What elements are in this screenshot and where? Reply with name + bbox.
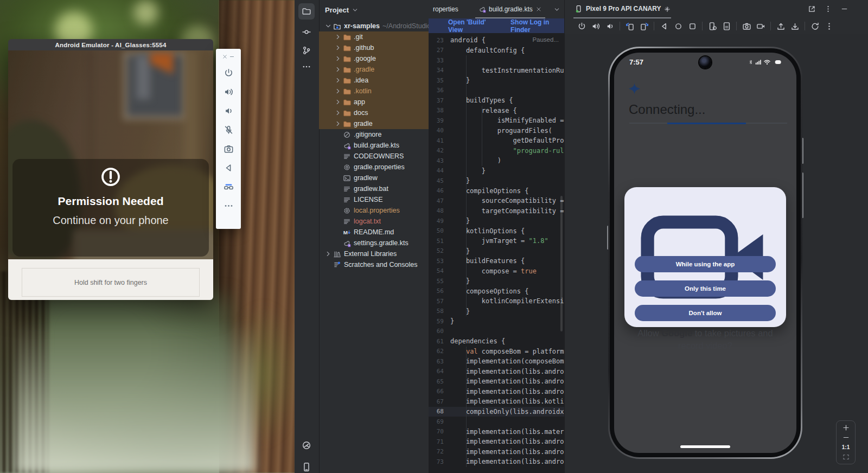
tree-item-app[interactable]: app — [319, 97, 429, 107]
editor-scrollbar[interactable] — [560, 196, 563, 331]
tree-item-gradle[interactable]: gradle — [319, 118, 429, 129]
tree-item-kotlin[interactable]: .kotlin — [319, 86, 429, 97]
chevron-right-icon[interactable] — [334, 66, 342, 73]
while-using-the-app-button[interactable]: While using the app — [635, 256, 776, 272]
tree-item-license[interactable]: LICENSE — [319, 194, 429, 205]
download-icon[interactable] — [790, 22, 800, 31]
tree-item-idea[interactable]: .idea — [319, 75, 429, 86]
screenshot-icon[interactable] — [742, 22, 751, 31]
tree-item-label: .gitignore — [354, 131, 381, 138]
code-line-57: 57 kotlinCompilerExtensionVe — [429, 296, 564, 306]
emulator-toolbar-buttons — [216, 68, 241, 211]
tree-item-logcat-txt[interactable]: logcat.txt — [319, 216, 429, 227]
tree-item-build-gradle-kts[interactable]: kbuild.gradle.kts — [319, 140, 429, 151]
chevron-right-icon[interactable] — [334, 55, 342, 62]
chevron-down-icon[interactable] — [324, 22, 332, 30]
emulator-minimize-icon[interactable] — [229, 54, 235, 60]
volume-up-icon[interactable] — [591, 22, 601, 31]
tree-item-gradlew-bat[interactable]: gradlew.bat — [319, 183, 429, 194]
more-vertical-icon[interactable] — [825, 22, 834, 31]
rotate-left-icon[interactable] — [626, 22, 635, 31]
add-device-tab-icon[interactable] — [663, 5, 671, 13]
commit-tool-button[interactable] — [298, 24, 315, 40]
chevron-right-icon[interactable] — [334, 76, 342, 84]
chevron-right-icon[interactable] — [334, 109, 342, 117]
tree-item-git[interactable]: .git — [319, 31, 429, 42]
device-manager-tool-button[interactable] — [298, 459, 315, 473]
profiler-tool-button[interactable] — [298, 437, 315, 453]
overview-icon[interactable] — [688, 22, 697, 31]
tab-build-gradle-kts[interactable]: k build.gradle.kts — [478, 0, 542, 18]
chevron-right-icon[interactable] — [334, 44, 342, 52]
power-icon[interactable] — [224, 68, 234, 78]
back-icon[interactable] — [224, 163, 234, 173]
zoom-out-button[interactable] — [842, 433, 850, 442]
tree-item-gradle[interactable]: .gradle — [319, 64, 429, 75]
more-horizontal-icon[interactable] — [224, 201, 234, 211]
volume-up-icon[interactable] — [224, 87, 234, 97]
tree-item-gradlew[interactable]: gradlew — [319, 172, 429, 183]
chevron-right-icon[interactable] — [334, 120, 342, 127]
only-this-time-button[interactable]: Only this time — [635, 280, 776, 297]
tree-item-codeowners[interactable]: CODEOWNERS — [319, 151, 429, 162]
tab-gradle-properties[interactable]: roperties — [433, 0, 458, 18]
close-tab-icon[interactable] — [535, 6, 542, 12]
zoom-in-button[interactable] — [842, 424, 850, 432]
open-in-window-icon[interactable] — [808, 5, 816, 13]
chevron-right-icon[interactable] — [324, 250, 332, 258]
mic-off-icon[interactable] — [224, 125, 234, 135]
panel-options-icon[interactable] — [824, 5, 832, 13]
device-settings-icon[interactable] — [708, 22, 717, 31]
chevron-right-icon[interactable] — [334, 87, 342, 95]
tree-item-xr-samples[interactable]: xr-samples~/AndroidStudioProje — [319, 21, 429, 31]
phone-screen[interactable]: 7:57 Connecting... — [614, 53, 796, 453]
zoom-reset-button[interactable]: 1:1 — [842, 443, 850, 451]
project-tool-button[interactable] — [298, 3, 315, 20]
chevron-right-icon[interactable] — [334, 98, 342, 106]
chevron-right-icon[interactable] — [334, 33, 342, 41]
emulator-toolbar — [216, 49, 241, 229]
volume-down-icon[interactable] — [224, 106, 234, 116]
code-text: implementation(libs.androidx — [450, 458, 564, 465]
open-build-view-link[interactable]: Open 'Build' View — [448, 18, 496, 34]
camera-icon[interactable] — [224, 144, 234, 154]
git-tool-button[interactable] — [298, 42, 315, 59]
tab-pixel-9-pro[interactable]: Pixel 9 Pro API CANARY — [573, 0, 671, 18]
volume-down-icon[interactable] — [605, 22, 615, 31]
more-tools-button[interactable] — [298, 59, 315, 75]
don-t-allow-button[interactable]: Don't allow — [635, 305, 776, 321]
rotate-right-icon[interactable] — [640, 22, 649, 31]
line-number: 41 — [429, 137, 444, 144]
hide-panel-icon[interactable] — [840, 5, 848, 13]
home-icon[interactable] — [674, 22, 683, 31]
project-panel-header[interactable]: Project — [319, 0, 429, 20]
restart-icon[interactable] — [810, 22, 820, 31]
back-icon[interactable] — [660, 22, 669, 31]
code-text: } — [450, 167, 486, 175]
emulator-screen[interactable]: Permission Needed Continue on your phone — [8, 50, 213, 259]
tree-item-scratches-and-consoles[interactable]: Scratches and Consoles — [319, 259, 429, 270]
hidden-tabs-chevron-icon[interactable] — [553, 6, 560, 13]
code-text: } — [450, 76, 470, 84]
glasses-icon[interactable] — [224, 182, 234, 192]
tree-item-gradle-properties[interactable]: gradle.properties — [319, 162, 429, 172]
tree-item-docs[interactable]: docs — [319, 107, 429, 118]
code-line-68: 68 compileOnly(libs.androidx — [429, 407, 564, 417]
zoom-fit-button[interactable] — [842, 453, 850, 461]
navigation-handle[interactable] — [680, 445, 730, 448]
tree-item-google[interactable]: .google — [319, 53, 429, 64]
tree-item-gitignore[interactable]: .gitignore — [319, 129, 429, 140]
markdown-icon: M — [343, 228, 351, 237]
code-editor[interactable]: 23android {Paused...27 defaultConfig {33… — [429, 33, 564, 473]
device-input-icon[interactable] — [722, 22, 731, 31]
screen-record-icon[interactable] — [756, 22, 765, 31]
emulator-close-icon[interactable] — [222, 54, 228, 60]
tree-item-external-libraries[interactable]: External Libraries — [319, 248, 429, 259]
upload-icon[interactable] — [776, 22, 786, 31]
tree-item-settings-gradle-kts[interactable]: ksettings.gradle.kts — [319, 238, 429, 248]
show-log-in-finder-link[interactable]: Show Log in Finder — [510, 18, 564, 34]
tree-item-github[interactable]: .github — [319, 42, 429, 53]
tree-item-readme-md[interactable]: MREADME.md — [319, 227, 429, 238]
power-icon[interactable] — [577, 22, 586, 31]
tree-item-local-properties[interactable]: local.properties — [319, 205, 429, 216]
